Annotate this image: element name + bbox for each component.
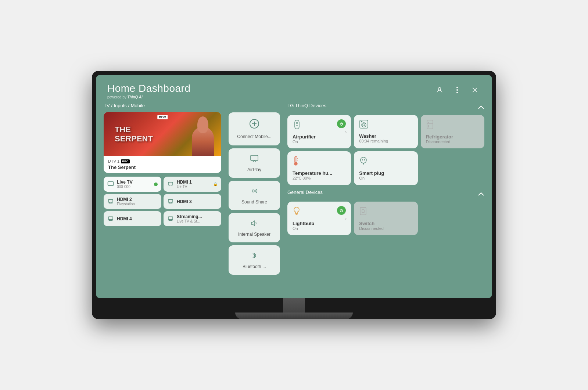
temperature-status: 22℃ 80% bbox=[293, 176, 346, 181]
tv-show-title-line2: SERPENT bbox=[115, 134, 153, 143]
hdmi4-info: HDMI 4 bbox=[117, 216, 132, 221]
header: Home Dashboard powered by ThinQ AI bbox=[96, 75, 492, 103]
user-icon-button[interactable] bbox=[434, 84, 445, 96]
hdmi2-icon bbox=[107, 198, 114, 205]
close-icon-button[interactable] bbox=[469, 84, 481, 96]
smartplug-header bbox=[359, 156, 412, 167]
svg-point-25 bbox=[362, 123, 366, 127]
smartplug-name: Smart plug bbox=[359, 170, 412, 176]
hdmi1-icon bbox=[167, 181, 174, 188]
general-devices-collapse-button[interactable] bbox=[478, 191, 484, 198]
more-options-icon-button[interactable] bbox=[451, 84, 463, 96]
svg-point-1 bbox=[456, 87, 458, 88]
smartplug-status: On bbox=[359, 176, 412, 180]
middle-panel: Connect Mobile... AirPlay bbox=[229, 103, 280, 294]
hdmi4-icon bbox=[107, 216, 114, 222]
svg-rect-10 bbox=[108, 199, 113, 202]
header-actions bbox=[434, 83, 481, 96]
device-refrigerator[interactable]: Refrigerator Disconnected bbox=[421, 115, 484, 148]
input-live-tv[interactable]: Live TV 000-000 bbox=[104, 177, 161, 192]
lightbulb-power-button[interactable] bbox=[337, 206, 346, 215]
svg-rect-12 bbox=[108, 217, 113, 220]
lg-thinq-section: LG ThinQ Devices bbox=[287, 103, 484, 185]
switch-status: Disconnected bbox=[359, 226, 412, 231]
input-hdmi2[interactable]: HDMI 2 Playstation bbox=[104, 194, 161, 209]
channel-text: DTV 1 bbox=[108, 159, 119, 163]
device-washer[interactable]: Washer 00:34 remaining bbox=[354, 115, 417, 148]
tv-preview-info: DTV 1 BBC The Serpent bbox=[104, 156, 221, 173]
internal-speaker-card[interactable]: Internal Speaker bbox=[229, 213, 280, 242]
input-grid: Live TV 000-000 bbox=[104, 177, 221, 226]
internal-speaker-label: Internal Speaker bbox=[238, 232, 270, 237]
svg-rect-13 bbox=[168, 217, 173, 220]
input-hdmi1[interactable]: HDMI 1 U+ TV 🔒 bbox=[164, 177, 221, 192]
general-devices-header: General Devices bbox=[287, 189, 484, 199]
tv-section-title: TV / Inputs / Mobile bbox=[104, 103, 221, 108]
streaming-sub: Live TV & St... bbox=[177, 219, 202, 223]
switch-header bbox=[359, 206, 412, 218]
svg-point-33 bbox=[294, 162, 297, 165]
refrigerator-icon bbox=[426, 119, 434, 131]
live-tv-icon bbox=[107, 181, 114, 188]
input-hdmi3[interactable]: HDMI 3 bbox=[164, 194, 221, 209]
switch-icon bbox=[359, 206, 367, 218]
sound-share-card[interactable]: Sound Share bbox=[229, 181, 280, 210]
lightbulb-name: Lightbulb bbox=[293, 221, 346, 226]
hdmi2-name: HDMI 2 bbox=[117, 197, 135, 202]
device-temperature[interactable]: Temperature hu... 22℃ 80% bbox=[287, 151, 351, 185]
hdmi3-icon bbox=[167, 198, 174, 205]
temperature-name: Temperature hu... bbox=[293, 170, 346, 176]
internal-speaker-icon bbox=[250, 219, 259, 230]
input-streaming[interactable]: Streaming... Live TV & St... bbox=[164, 211, 221, 226]
hdmi1-name: HDMI 1 bbox=[177, 180, 192, 185]
streaming-info: Streaming... Live TV & St... bbox=[177, 214, 202, 223]
sound-share-icon bbox=[250, 187, 259, 197]
tv-preview-card[interactable]: BBC THE SERPENT bbox=[104, 112, 221, 173]
connect-mobile-card[interactable]: Connect Mobile... bbox=[229, 112, 280, 145]
lightbulb-header bbox=[293, 206, 346, 218]
svg-rect-42 bbox=[362, 210, 364, 213]
bbc-logo: BBC bbox=[157, 115, 168, 119]
washer-header bbox=[359, 119, 412, 130]
main-content: TV / Inputs / Mobile BBC THE SERPENT bbox=[96, 103, 492, 297]
live-tv-active-dot bbox=[154, 183, 158, 186]
svg-rect-17 bbox=[251, 155, 258, 160]
device-switch[interactable]: Switch Disconnected bbox=[354, 202, 417, 235]
tv-base bbox=[235, 313, 353, 319]
tv-neck bbox=[283, 298, 305, 313]
input-hdmi4[interactable]: HDMI 4 bbox=[104, 211, 161, 226]
svg-point-26 bbox=[363, 124, 365, 126]
svg-rect-41 bbox=[360, 207, 366, 215]
lightbulb-status: On bbox=[293, 226, 346, 231]
washer-name: Washer bbox=[359, 133, 412, 139]
tv-show-name: The Serpent bbox=[108, 165, 217, 170]
bluetooth-card[interactable]: Bluetooth ... bbox=[229, 245, 280, 275]
lg-thinq-device-grid: Airpurifier On › bbox=[287, 115, 484, 185]
subtitle-powered: powered by bbox=[107, 95, 126, 99]
lg-thinq-collapse-button[interactable] bbox=[478, 104, 484, 111]
lightbulb-chevron-icon: › bbox=[345, 216, 347, 221]
left-panel: TV / Inputs / Mobile BBC THE SERPENT bbox=[104, 103, 221, 294]
airplay-card[interactable]: AirPlay bbox=[229, 148, 280, 178]
device-airpurifier[interactable]: Airpurifier On › bbox=[287, 115, 351, 148]
header-subtitle: powered by ThinQ AI bbox=[107, 95, 190, 99]
airpurifier-power-button[interactable] bbox=[337, 119, 346, 128]
page-title: Home Dashboard bbox=[107, 83, 190, 94]
tv-outer: Home Dashboard powered by ThinQ AI bbox=[92, 71, 496, 319]
bbc-badge: BBC bbox=[121, 159, 129, 163]
hdmi2-info: HDMI 2 Playstation bbox=[117, 197, 135, 206]
refrigerator-status: Disconnected bbox=[426, 140, 479, 144]
hdmi1-sub: U+ TV bbox=[177, 185, 192, 189]
hdmi2-sub: Playstation bbox=[117, 202, 135, 206]
live-tv-sub: 000-000 bbox=[117, 185, 133, 189]
sound-share-label: Sound Share bbox=[241, 199, 267, 205]
general-device-grid: Lightbulb On › bbox=[287, 202, 484, 235]
svg-point-27 bbox=[361, 121, 362, 122]
temperature-header bbox=[293, 156, 346, 167]
hdmi3-name: HDMI 3 bbox=[177, 199, 192, 204]
device-smartplug[interactable]: Smart plug On bbox=[354, 151, 417, 185]
hdmi4-name: HDMI 4 bbox=[117, 216, 132, 221]
bluetooth-icon bbox=[251, 251, 258, 262]
device-lightbulb[interactable]: Lightbulb On › bbox=[287, 202, 351, 235]
temperature-icon bbox=[293, 156, 299, 167]
